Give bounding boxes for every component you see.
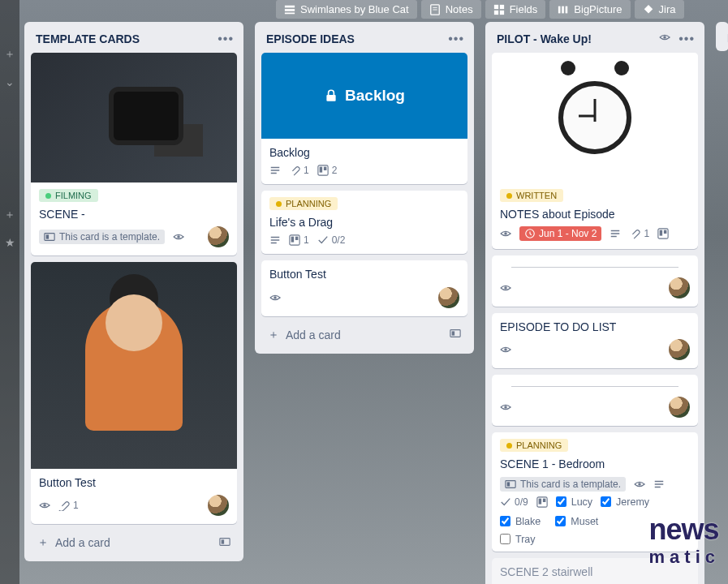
watch-icon — [173, 231, 184, 243]
list-partial: E — [716, 22, 728, 51]
label-planning[interactable]: PLANNING — [269, 197, 338, 210]
paperclip-icon — [58, 500, 70, 511]
list-menu-icon[interactable]: ••• — [218, 32, 234, 46]
svg-rect-43 — [664, 230, 667, 234]
avatar[interactable] — [669, 277, 690, 298]
paperclip-icon — [289, 165, 300, 176]
checklist-badge: 0/9 — [500, 496, 528, 508]
chevron-down-icon[interactable]: ⌄ — [4, 76, 15, 88]
swimlanes-icon — [284, 4, 295, 15]
svg-rect-10 — [558, 6, 561, 13]
card-title: SCENE 1 - Bedroom — [500, 457, 690, 471]
plus-icon[interactable]: ＋ — [4, 49, 15, 60]
template-badge: This card is a template. — [500, 477, 626, 492]
list-menu-icon[interactable]: ••• — [678, 32, 695, 46]
card-scene[interactable]: FILMING SCENE - This card is a template. — [31, 53, 237, 256]
star-icon[interactable]: ★ — [4, 237, 15, 248]
template-create-icon[interactable] — [219, 536, 230, 550]
template-icon — [505, 479, 516, 490]
list-pilot-wake-up: PILOT - Wake Up! ••• WRITTEN NOTES about… — [485, 22, 704, 584]
card-backlog[interactable]: Backlog Backlog 1 2 — [261, 53, 467, 184]
avatar[interactable] — [669, 397, 690, 418]
check-lucy[interactable]: Lucy — [556, 496, 592, 508]
card-button-test-2[interactable]: Button Test — [261, 260, 467, 316]
checklist-badge: 0/2 — [317, 234, 346, 246]
avatar[interactable] — [208, 226, 229, 247]
cover-clock — [492, 53, 698, 182]
powerup-swimlanes[interactable]: Swimlanes by Blue Cat — [276, 0, 417, 19]
avatar[interactable] — [208, 495, 229, 516]
card-button-test-1[interactable]: Button Test 1 — [31, 262, 237, 524]
card-lifes-a-drag[interactable]: PLANNING Life's a Drag 1 0/2 — [261, 191, 467, 254]
add-card-button[interactable]: ＋ Add a card — [261, 323, 467, 347]
check-blake[interactable]: Blake — [500, 516, 541, 527]
notes-icon — [429, 4, 441, 15]
cover-backlog: Backlog — [261, 53, 467, 139]
svg-point-15 — [177, 235, 180, 238]
trello-badge — [657, 228, 669, 239]
list-title[interactable]: EPISODE IDEAS — [266, 32, 355, 45]
template-create-icon[interactable] — [450, 328, 461, 341]
attachment-badge: 1 — [629, 228, 649, 239]
clock-icon — [524, 228, 536, 239]
plus-icon[interactable]: ＋ — [4, 209, 15, 221]
watch-icon — [39, 500, 50, 511]
checklist-icon — [317, 234, 329, 246]
svg-rect-9 — [500, 10, 504, 14]
list-menu-icon[interactable]: ••• — [448, 32, 464, 46]
powerup-jira[interactable]: Jira — [635, 0, 684, 19]
description-icon — [269, 234, 281, 246]
svg-rect-2 — [285, 12, 295, 14]
card-notes-episode[interactable]: WRITTEN NOTES about Episode Jun 1 - Nov … — [492, 53, 698, 249]
svg-rect-18 — [222, 539, 225, 543]
check-muset[interactable]: Muset — [555, 516, 598, 527]
bigpicture-icon — [558, 4, 569, 15]
attachment-badge: 1 — [58, 500, 79, 511]
avatar[interactable] — [669, 339, 690, 360]
cover-image — [31, 262, 237, 469]
trello-icon — [289, 234, 300, 246]
watch-icon — [500, 282, 511, 294]
trello-badge — [536, 496, 548, 508]
card-divider-2[interactable] — [492, 375, 698, 426]
list-title[interactable]: TEMPLATE CARDS — [36, 32, 140, 45]
due-date-badge[interactable]: Jun 1 - Nov 2 — [519, 226, 601, 241]
label-written[interactable]: WRITTEN — [500, 189, 563, 202]
svg-rect-48 — [507, 482, 510, 486]
powerup-bigpicture[interactable]: BigPicture — [549, 0, 630, 19]
trello-badge: 2 — [317, 165, 338, 176]
card-title: Button Test — [39, 475, 229, 490]
powerup-label: Jira — [659, 3, 676, 15]
label-filming[interactable]: FILMING — [39, 189, 98, 202]
svg-rect-12 — [566, 6, 568, 13]
svg-rect-11 — [562, 6, 565, 13]
powerup-label: Swimlanes by Blue Cat — [300, 3, 409, 15]
card-episode-todo[interactable]: EPISODE TO DO LIST — [492, 313, 698, 368]
svg-point-35 — [663, 36, 666, 39]
list-template-cards: TEMPLATE CARDS ••• FILMING SCENE - This … — [24, 22, 243, 561]
description-icon — [269, 165, 281, 176]
svg-point-36 — [504, 232, 507, 235]
label-planning[interactable]: PLANNING — [500, 439, 568, 452]
card-scene2[interactable]: SCENE 2 stairwell — [492, 558, 698, 584]
trello-icon — [536, 496, 548, 508]
svg-point-32 — [274, 296, 277, 299]
card-title: Life's a Drag — [269, 215, 459, 230]
list-title[interactable]: PILOT - Wake Up! — [497, 32, 592, 45]
avatar[interactable] — [438, 287, 459, 308]
powerup-notes[interactable]: Notes — [421, 0, 481, 19]
description-icon — [610, 228, 621, 239]
svg-rect-30 — [291, 237, 295, 243]
card-divider-1[interactable] — [492, 256, 698, 307]
svg-point-16 — [43, 505, 46, 508]
add-card-button[interactable]: ＋ Add a card — [31, 530, 237, 555]
card-scene1-bedroom[interactable]: PLANNING SCENE 1 - Bedroom This card is … — [492, 432, 698, 551]
svg-point-44 — [504, 286, 507, 290]
powerup-label: Notes — [446, 3, 473, 15]
powerup-fields[interactable]: Fields — [485, 0, 546, 19]
check-tray[interactable]: Tray — [500, 534, 536, 545]
template-icon — [44, 231, 55, 243]
svg-rect-34 — [452, 331, 455, 335]
check-jeremy[interactable]: Jeremy — [601, 496, 649, 508]
svg-rect-42 — [660, 230, 663, 236]
